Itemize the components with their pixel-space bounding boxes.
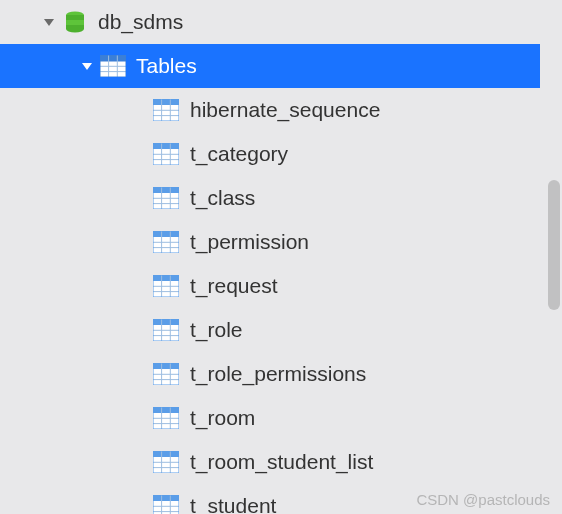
svg-rect-24 [153,193,179,209]
tables-label: Tables [136,54,197,78]
svg-rect-1 [100,55,126,61]
svg-rect-2 [100,61,126,77]
svg-rect-16 [153,143,179,149]
table-node[interactable]: t_permission [0,220,540,264]
database-node[interactable]: db_sdms [0,0,540,44]
table-node[interactable]: hibernate_sequence [0,88,540,132]
svg-rect-52 [153,369,179,385]
table-label: t_room_student_list [190,450,373,474]
table-icon [152,272,180,300]
svg-rect-58 [153,407,179,413]
svg-rect-17 [153,149,179,165]
database-label: db_sdms [98,10,183,34]
table-icon [152,448,180,476]
table-icon [152,360,180,388]
svg-rect-23 [153,187,179,193]
table-icon [152,492,180,514]
table-icon [152,316,180,344]
table-label: t_category [190,142,288,166]
database-tree: db_sdms Tables hibernate_sequ [0,0,540,514]
chevron-down-icon [42,15,56,29]
svg-rect-9 [153,99,179,105]
table-icon [152,140,180,168]
table-label: t_student [190,494,276,514]
svg-rect-31 [153,237,179,253]
svg-rect-44 [153,319,179,325]
table-node[interactable]: t_category [0,132,540,176]
table-node[interactable]: t_student [0,484,540,514]
svg-rect-51 [153,363,179,369]
table-label: hibernate_sequence [190,98,380,122]
table-icon [152,96,180,124]
svg-rect-30 [153,231,179,237]
svg-rect-37 [153,275,179,281]
chevron-down-icon [80,59,94,73]
table-node[interactable]: t_request [0,264,540,308]
svg-rect-66 [153,457,179,473]
table-label: t_role_permissions [190,362,366,386]
svg-rect-72 [153,495,179,501]
table-label: t_permission [190,230,309,254]
table-icon [152,228,180,256]
table-label: t_class [190,186,255,210]
table-node[interactable]: t_class [0,176,540,220]
svg-rect-59 [153,413,179,429]
svg-rect-45 [153,325,179,341]
table-node[interactable]: t_room [0,396,540,440]
table-label: t_room [190,406,255,430]
svg-rect-10 [153,105,179,121]
table-node[interactable]: t_role [0,308,540,352]
table-icon [152,404,180,432]
table-node[interactable]: t_room_student_list [0,440,540,484]
tables-list: hibernate_sequence t_category t_class t_… [0,88,540,514]
svg-rect-38 [153,281,179,297]
table-label: t_request [190,274,278,298]
tables-node[interactable]: Tables [0,44,540,88]
tables-group-icon [100,53,126,79]
scrollbar-thumb[interactable] [548,180,560,310]
table-icon [152,184,180,212]
table-node[interactable]: t_role_permissions [0,352,540,396]
table-label: t_role [190,318,243,342]
svg-rect-65 [153,451,179,457]
database-icon [62,9,88,35]
